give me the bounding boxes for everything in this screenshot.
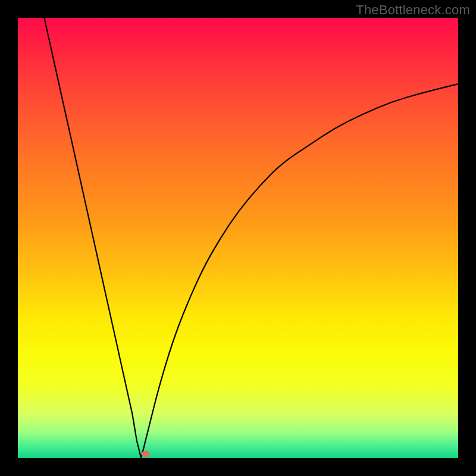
minimum-marker [142,450,150,457]
watermark-text: TheBottleneck.com [356,2,470,18]
chart-frame: TheBottleneck.com [0,0,476,476]
curve-svg [18,18,458,458]
plot-area [18,18,458,458]
curve-left-branch [44,18,141,458]
curve-right-branch [141,84,458,458]
